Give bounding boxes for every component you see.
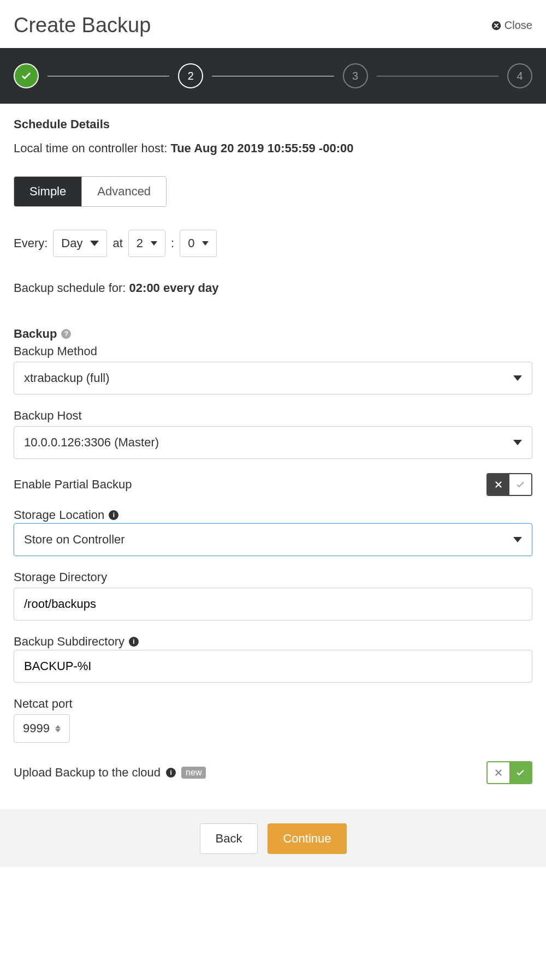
back-button[interactable]: Back [200,823,258,854]
every-value: Day [61,236,82,250]
check-icon [515,768,525,778]
close-button[interactable]: Close [491,19,532,32]
backup-subhead: Backup ? [14,327,532,341]
storage-location-select[interactable]: Store on Controller [14,523,532,556]
toggle-on[interactable] [509,762,531,783]
partial-backup-toggle[interactable] [486,473,532,496]
storage-location-value: Store on Controller [24,533,125,547]
continue-button[interactable]: Continue [268,823,346,854]
toggle-off[interactable] [488,474,509,495]
step-3[interactable]: 3 [343,63,368,88]
tab-simple[interactable]: Simple [14,177,81,206]
backup-subdirectory-input[interactable] [14,650,532,683]
localtime: Local time on controller host: Tue Aug 2… [14,141,532,156]
backup-host-value: 10.0.0.126:3306 (Master) [24,435,159,450]
chevron-down-icon [513,375,522,381]
minute-value: 0 [188,236,194,250]
storage-directory-label: Storage Directory [14,570,532,584]
check-icon [20,70,32,82]
chevron-down-icon [202,241,209,246]
backup-method-select[interactable]: xtrabackup (full) [14,362,532,395]
info-icon[interactable]: i [109,510,118,520]
chevron-down-icon [55,729,61,732]
schedule-row: Every: Day at 2 : 0 [14,230,532,257]
info-icon[interactable]: i [129,637,139,647]
chevron-up-icon [55,725,61,728]
schedule-mode-tabs: Simple Advanced [14,176,167,207]
netcat-port-value: 9999 [23,721,50,736]
upload-cloud-label: Upload Backup to the cloud [14,766,161,780]
step-4[interactable]: 4 [507,63,532,88]
hour-value: 2 [136,236,143,250]
wizard-stepper: 2 3 4 [0,48,546,104]
every-label: Every: [14,236,48,250]
upload-cloud-toggle[interactable] [486,761,532,784]
x-icon [494,480,503,489]
schedule-summary-value: 02:00 every day [129,281,219,295]
backup-host-select[interactable]: 10.0.0.126:3306 (Master) [14,426,532,459]
info-icon[interactable]: i [166,768,176,778]
field-netcat-port: Netcat port 9999 [14,697,532,743]
field-backup-subdirectory: Backup Subdirectory i [14,635,532,683]
x-icon [494,768,503,778]
step-line [48,76,169,76]
stepper-arrows[interactable] [55,725,61,732]
check-icon [515,480,525,489]
partial-backup-label: Enable Partial Backup [14,477,132,492]
storage-directory-input[interactable] [14,588,532,620]
close-label: Close [505,19,532,32]
step-line [212,76,334,76]
minute-select[interactable]: 0 [180,230,217,257]
backup-host-label: Backup Host [14,409,532,423]
storage-location-label: Storage Location [14,508,104,522]
partial-backup-row: Enable Partial Backup [14,473,532,496]
hour-select[interactable]: 2 [128,230,165,257]
field-backup-method: Backup Method xtrabackup (full) [14,344,532,395]
step-2[interactable]: 2 [178,63,203,88]
field-storage-directory: Storage Directory [14,570,532,620]
content: Schedule Details Local time on controlle… [0,104,546,810]
at-label: at [112,236,122,250]
chevron-down-icon [151,241,157,246]
field-backup-host: Backup Host 10.0.0.126:3306 (Master) [14,409,532,459]
modal-header: Create Backup Close [0,0,546,48]
netcat-port-label: Netcat port [14,697,532,711]
backup-title: Backup [14,327,57,341]
close-icon [491,21,501,31]
chevron-down-icon [90,241,99,246]
backup-subdirectory-label: Backup Subdirectory [14,635,124,649]
localtime-value: Tue Aug 20 2019 10:55:59 -00:00 [170,141,353,155]
tab-advanced[interactable]: Advanced [81,177,166,206]
step-1[interactable] [14,63,39,88]
netcat-port-input[interactable]: 9999 [14,714,70,743]
footer: Back Continue [0,810,546,867]
toggle-off[interactable] [488,762,509,783]
schedule-summary: Backup schedule for: 02:00 every day [14,281,532,295]
help-icon[interactable]: ? [61,329,71,339]
upload-cloud-row: Upload Backup to the cloud i new [14,761,532,784]
toggle-on[interactable] [509,474,531,495]
page-title: Create Backup [14,14,151,37]
colon: : [171,236,174,250]
field-storage-location: Storage Location i Store on Controller [14,508,532,556]
section-title-schedule: Schedule Details [14,117,532,132]
localtime-label: Local time on controller host: [14,141,170,155]
backup-method-value: xtrabackup (full) [24,371,110,385]
chevron-down-icon [513,440,522,445]
chevron-down-icon [513,537,522,542]
schedule-summary-label: Backup schedule for: [14,281,129,295]
backup-method-label: Backup Method [14,344,532,358]
new-badge: new [181,767,206,779]
every-select[interactable]: Day [53,230,107,257]
step-line [377,76,498,76]
